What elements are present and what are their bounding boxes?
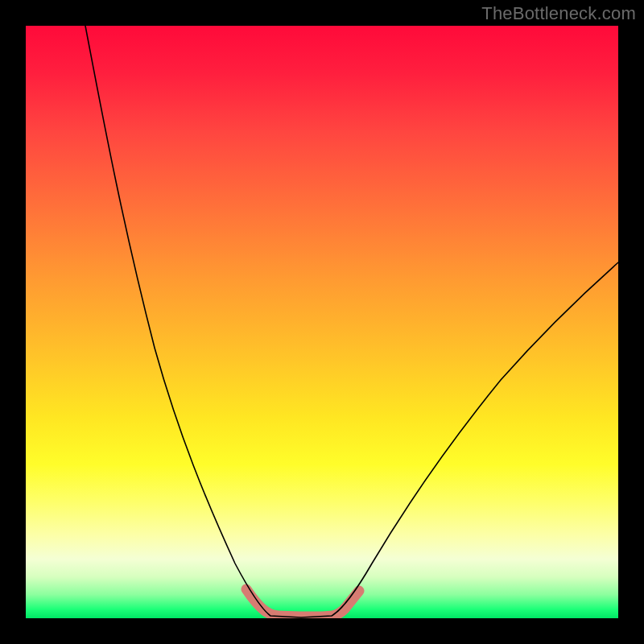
highlight-left-segment <box>246 589 277 616</box>
plot-area <box>26 26 618 618</box>
curve-layer <box>26 26 618 618</box>
bottleneck-curve <box>85 26 618 617</box>
chart-frame: TheBottleneck.com <box>0 0 644 644</box>
watermark-text: TheBottleneck.com <box>481 3 636 24</box>
